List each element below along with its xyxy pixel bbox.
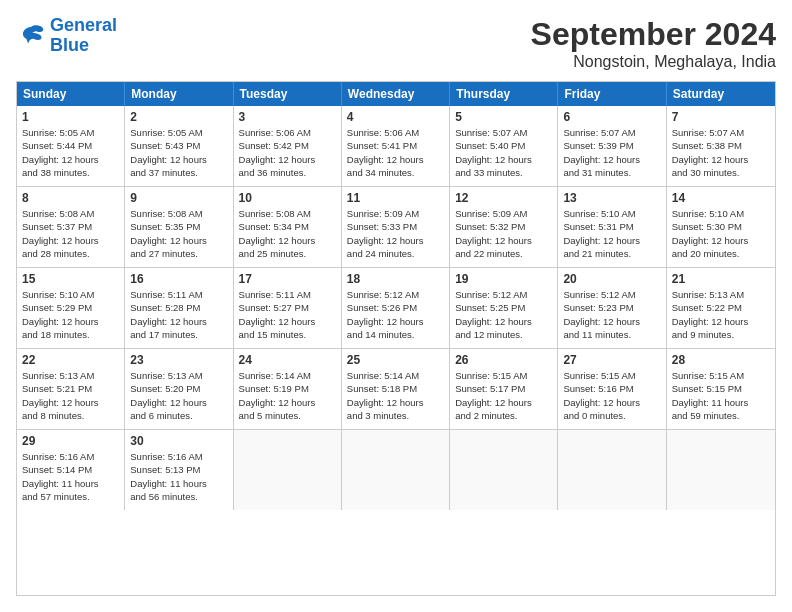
day-info-line: Sunset: 5:17 PM — [455, 382, 552, 395]
calendar-day-header: Tuesday — [234, 82, 342, 106]
day-info-line: Sunset: 5:27 PM — [239, 301, 336, 314]
day-number: 2 — [130, 110, 227, 124]
day-number: 10 — [239, 191, 336, 205]
day-info-line: Sunrise: 5:12 AM — [455, 288, 552, 301]
day-number: 30 — [130, 434, 227, 448]
day-info-line: Sunrise: 5:12 AM — [347, 288, 444, 301]
day-info-line: Sunrise: 5:05 AM — [22, 126, 119, 139]
calendar-day-header: Monday — [125, 82, 233, 106]
calendar-cell — [558, 430, 666, 510]
day-info-line: Daylight: 12 hours — [130, 153, 227, 166]
day-info-line: Sunset: 5:39 PM — [563, 139, 660, 152]
calendar-day-header: Thursday — [450, 82, 558, 106]
day-info-line: Sunset: 5:18 PM — [347, 382, 444, 395]
calendar-cell: 1Sunrise: 5:05 AMSunset: 5:44 PMDaylight… — [17, 106, 125, 186]
calendar-cell: 19Sunrise: 5:12 AMSunset: 5:25 PMDayligh… — [450, 268, 558, 348]
calendar-cell — [450, 430, 558, 510]
calendar-cell — [234, 430, 342, 510]
day-number: 21 — [672, 272, 770, 286]
day-number: 23 — [130, 353, 227, 367]
day-info-line: Sunrise: 5:08 AM — [130, 207, 227, 220]
day-info-line: Sunset: 5:33 PM — [347, 220, 444, 233]
day-info-line: Sunrise: 5:10 AM — [672, 207, 770, 220]
calendar-cell: 26Sunrise: 5:15 AMSunset: 5:17 PMDayligh… — [450, 349, 558, 429]
calendar-week-row: 29Sunrise: 5:16 AMSunset: 5:14 PMDayligh… — [17, 430, 775, 510]
day-info-line: and 25 minutes. — [239, 247, 336, 260]
page-title: September 2024 — [531, 16, 776, 53]
calendar-cell: 30Sunrise: 5:16 AMSunset: 5:13 PMDayligh… — [125, 430, 233, 510]
day-info-line: Sunrise: 5:13 AM — [22, 369, 119, 382]
day-number: 17 — [239, 272, 336, 286]
calendar-week-row: 1Sunrise: 5:05 AMSunset: 5:44 PMDaylight… — [17, 106, 775, 187]
day-info-line: Sunset: 5:21 PM — [22, 382, 119, 395]
calendar-header: SundayMondayTuesdayWednesdayThursdayFrid… — [17, 82, 775, 106]
day-info-line: Daylight: 12 hours — [239, 153, 336, 166]
day-info-line: and 14 minutes. — [347, 328, 444, 341]
day-info-line: and 57 minutes. — [22, 490, 119, 503]
day-info-line: and 3 minutes. — [347, 409, 444, 422]
day-info-line: Sunset: 5:13 PM — [130, 463, 227, 476]
logo: General Blue — [16, 16, 117, 56]
day-info-line: and 37 minutes. — [130, 166, 227, 179]
day-info-line: Sunrise: 5:07 AM — [563, 126, 660, 139]
calendar-cell: 7Sunrise: 5:07 AMSunset: 5:38 PMDaylight… — [667, 106, 775, 186]
day-info-line: Sunrise: 5:15 AM — [563, 369, 660, 382]
day-info-line: Daylight: 11 hours — [22, 477, 119, 490]
day-info-line: and 11 minutes. — [563, 328, 660, 341]
day-number: 27 — [563, 353, 660, 367]
day-info-line: and 30 minutes. — [672, 166, 770, 179]
day-info-line: Sunrise: 5:09 AM — [455, 207, 552, 220]
day-info-line: Daylight: 12 hours — [239, 315, 336, 328]
calendar-week-row: 8Sunrise: 5:08 AMSunset: 5:37 PMDaylight… — [17, 187, 775, 268]
calendar-cell: 15Sunrise: 5:10 AMSunset: 5:29 PMDayligh… — [17, 268, 125, 348]
calendar-cell: 5Sunrise: 5:07 AMSunset: 5:40 PMDaylight… — [450, 106, 558, 186]
calendar-cell: 13Sunrise: 5:10 AMSunset: 5:31 PMDayligh… — [558, 187, 666, 267]
calendar-cell: 22Sunrise: 5:13 AMSunset: 5:21 PMDayligh… — [17, 349, 125, 429]
day-number: 11 — [347, 191, 444, 205]
calendar-cell: 20Sunrise: 5:12 AMSunset: 5:23 PMDayligh… — [558, 268, 666, 348]
calendar-cell: 9Sunrise: 5:08 AMSunset: 5:35 PMDaylight… — [125, 187, 233, 267]
day-info-line: and 5 minutes. — [239, 409, 336, 422]
day-info-line: Daylight: 12 hours — [563, 396, 660, 409]
day-info-line: Daylight: 11 hours — [130, 477, 227, 490]
calendar-cell: 17Sunrise: 5:11 AMSunset: 5:27 PMDayligh… — [234, 268, 342, 348]
day-info-line: and 17 minutes. — [130, 328, 227, 341]
day-info-line: and 27 minutes. — [130, 247, 227, 260]
day-info-line: and 12 minutes. — [455, 328, 552, 341]
day-info-line: Sunrise: 5:10 AM — [563, 207, 660, 220]
calendar-day-header: Saturday — [667, 82, 775, 106]
day-number: 28 — [672, 353, 770, 367]
day-number: 19 — [455, 272, 552, 286]
calendar-cell: 8Sunrise: 5:08 AMSunset: 5:37 PMDaylight… — [17, 187, 125, 267]
day-info-line: Sunset: 5:19 PM — [239, 382, 336, 395]
day-info-line: Sunrise: 5:12 AM — [563, 288, 660, 301]
day-info-line: Sunset: 5:14 PM — [22, 463, 119, 476]
day-info-line: Sunset: 5:29 PM — [22, 301, 119, 314]
calendar-body: 1Sunrise: 5:05 AMSunset: 5:44 PMDaylight… — [17, 106, 775, 510]
day-info-line: Daylight: 12 hours — [563, 315, 660, 328]
day-info-line: Daylight: 12 hours — [455, 153, 552, 166]
calendar-cell: 4Sunrise: 5:06 AMSunset: 5:41 PMDaylight… — [342, 106, 450, 186]
day-number: 24 — [239, 353, 336, 367]
day-info-line: Sunset: 5:43 PM — [130, 139, 227, 152]
day-info-line: Sunset: 5:37 PM — [22, 220, 119, 233]
day-info-line: Daylight: 12 hours — [455, 396, 552, 409]
day-info-line: and 21 minutes. — [563, 247, 660, 260]
logo-text: General Blue — [50, 16, 117, 56]
calendar-cell: 21Sunrise: 5:13 AMSunset: 5:22 PMDayligh… — [667, 268, 775, 348]
day-info-line: Sunset: 5:15 PM — [672, 382, 770, 395]
day-info-line: Sunrise: 5:15 AM — [672, 369, 770, 382]
day-info-line: Sunrise: 5:11 AM — [130, 288, 227, 301]
calendar-day-header: Wednesday — [342, 82, 450, 106]
day-info-line: Daylight: 12 hours — [130, 234, 227, 247]
day-info-line: Sunrise: 5:05 AM — [130, 126, 227, 139]
day-info-line: Sunset: 5:38 PM — [672, 139, 770, 152]
day-number: 1 — [22, 110, 119, 124]
day-info-line: Sunset: 5:22 PM — [672, 301, 770, 314]
day-info-line: Sunrise: 5:07 AM — [672, 126, 770, 139]
calendar-cell: 29Sunrise: 5:16 AMSunset: 5:14 PMDayligh… — [17, 430, 125, 510]
day-number: 5 — [455, 110, 552, 124]
day-number: 22 — [22, 353, 119, 367]
day-info-line: Daylight: 12 hours — [22, 234, 119, 247]
title-block: September 2024 Nongstoin, Meghalaya, Ind… — [531, 16, 776, 71]
